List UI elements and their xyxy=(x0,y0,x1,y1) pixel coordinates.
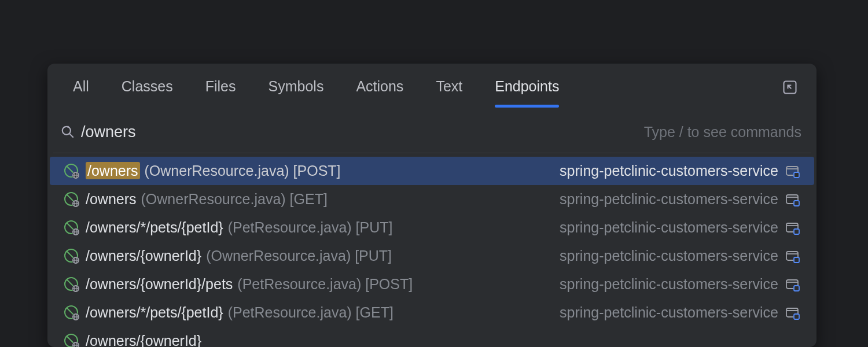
tab-classes[interactable]: Classes xyxy=(122,78,173,106)
result-row[interactable]: /owners/*/pets/{petId}(PetResource.java)… xyxy=(47,213,816,242)
result-meta: (OwnerResource.java) [GET] xyxy=(141,191,328,208)
tab-text[interactable]: Text xyxy=(436,78,462,106)
result-meta: (OwnerResource.java) [POST] xyxy=(145,163,341,179)
search-everywhere-popup: All Classes Files Symbols Actions Text E… xyxy=(47,64,816,347)
result-path: /owners xyxy=(86,163,140,179)
result-module: spring-petclinic-customers-service xyxy=(560,248,778,264)
result-row[interactable]: /owners(OwnerResource.java) [POST]spring… xyxy=(50,157,814,185)
module-icon xyxy=(785,305,800,320)
result-meta: (PetResource.java) [GET] xyxy=(228,304,393,321)
module-icon xyxy=(785,249,800,264)
module-icon xyxy=(785,220,800,235)
result-path: /owners/*/pets/{petId} xyxy=(86,219,223,236)
endpoint-icon xyxy=(64,276,80,293)
search-icon xyxy=(60,124,75,139)
tab-symbols[interactable]: Symbols xyxy=(269,78,324,106)
result-row[interactable]: /owners/{ownerId} xyxy=(47,327,816,347)
tab-files[interactable]: Files xyxy=(205,78,236,106)
tab-all[interactable]: All xyxy=(73,78,89,106)
endpoint-icon xyxy=(64,333,80,348)
tab-bar: All Classes Files Symbols Actions Text E… xyxy=(47,64,816,111)
endpoint-icon xyxy=(64,220,80,236)
result-path: /owners xyxy=(86,191,137,208)
result-row[interactable]: /owners/{ownerId}(OwnerResource.java) [P… xyxy=(47,242,816,270)
result-meta: (PetResource.java) [PUT] xyxy=(228,219,393,236)
result-row[interactable]: /owners/*/pets/{petId}(PetResource.java)… xyxy=(47,298,816,327)
module-icon xyxy=(785,192,800,207)
result-row[interactable]: /owners(OwnerResource.java) [GET]spring-… xyxy=(47,185,816,213)
result-path: /owners/{ownerId} xyxy=(86,248,201,264)
results-list: /owners(OwnerResource.java) [POST]spring… xyxy=(47,153,816,347)
endpoint-icon xyxy=(64,248,80,264)
result-module: spring-petclinic-customers-service xyxy=(560,191,778,208)
tab-actions[interactable]: Actions xyxy=(356,78,403,106)
search-row: Type / to see commands xyxy=(47,111,816,153)
endpoint-icon xyxy=(64,305,80,321)
search-hint: Type / to see commands xyxy=(644,124,801,141)
result-module: spring-petclinic-customers-service xyxy=(560,304,778,321)
svg-line-2 xyxy=(69,134,73,138)
result-meta: (OwnerResource.java) [PUT] xyxy=(206,248,392,264)
module-icon xyxy=(785,277,800,292)
result-path: /owners/*/pets/{petId} xyxy=(86,304,223,321)
result-module: spring-petclinic-customers-service xyxy=(560,163,778,179)
tab-endpoints[interactable]: Endpoints xyxy=(495,78,559,106)
result-module: spring-petclinic-customers-service xyxy=(560,219,778,236)
svg-point-1 xyxy=(62,127,71,135)
endpoint-icon xyxy=(64,191,80,208)
result-path: /owners/{ownerId}/pets xyxy=(86,276,233,293)
module-icon xyxy=(785,164,800,179)
result-module: spring-petclinic-customers-service xyxy=(560,276,778,293)
open-as-toolwindow-icon[interactable] xyxy=(782,79,798,95)
result-meta: (PetResource.java) [POST] xyxy=(237,276,413,293)
endpoint-icon xyxy=(64,163,80,179)
search-input[interactable] xyxy=(81,123,644,141)
result-path: /owners/{ownerId} xyxy=(86,333,201,347)
result-row[interactable]: /owners/{ownerId}/pets(PetResource.java)… xyxy=(47,270,816,298)
